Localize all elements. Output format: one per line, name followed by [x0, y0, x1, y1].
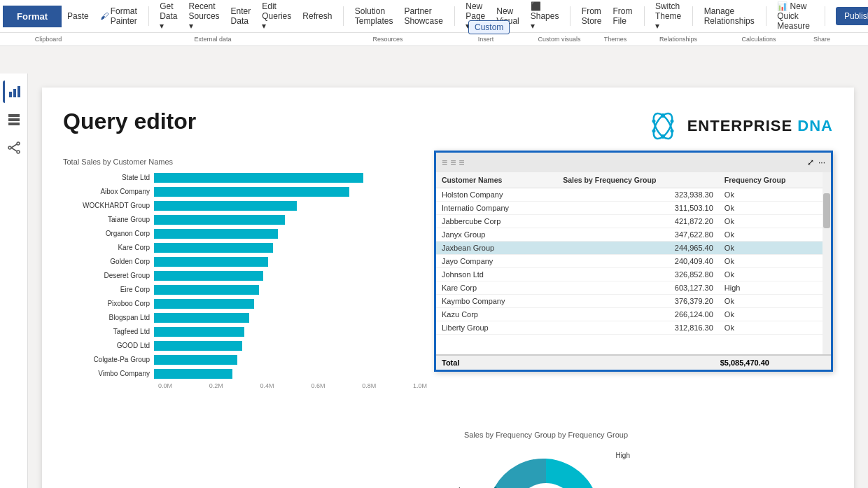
cell-sales: 244,965.40 — [557, 242, 719, 255]
table-visual-icons: ⤢ ··· — [807, 158, 825, 167]
cell-customer: Internatio Company — [436, 202, 557, 215]
logo-dna: DNA — [797, 117, 833, 134]
bar-label: Kare Corp — [63, 244, 154, 251]
bar-label: Golden Corp — [63, 258, 154, 265]
bar-track — [154, 215, 406, 225]
bar-row: GOOD Ltd — [63, 340, 406, 351]
logo-area: ENTERPRISE DNA — [645, 109, 833, 144]
table-scrollbar[interactable] — [822, 172, 831, 354]
bar-chart-container: Total Sales by Customer Names State LtdA… — [63, 158, 427, 389]
format-tab[interactable]: Format — [3, 6, 62, 27]
svg-rect-1 — [13, 89, 16, 97]
bar-track — [154, 299, 406, 309]
cell-group: Ok — [719, 255, 831, 268]
paste-btn[interactable]: Paste — [67, 11, 89, 21]
get-data-btn[interactable]: Get Data ▾ — [160, 1, 177, 31]
bar-fill — [154, 187, 349, 197]
table-container[interactable]: Customer Names Sales by Frequency Group … — [436, 172, 831, 354]
cell-sales: 376,379.20 — [557, 295, 719, 308]
cell-customer: Holston Company — [436, 188, 557, 202]
cell-sales: 311,503.10 — [557, 202, 719, 215]
left-sidebar — [0, 74, 28, 488]
svg-rect-2 — [18, 86, 20, 97]
bar-fill — [154, 173, 363, 183]
bar-track — [154, 257, 406, 267]
edit-queries-btn[interactable]: Edit Queries ▾ — [262, 1, 291, 31]
svg-point-17 — [652, 130, 655, 133]
manage-relationships-btn[interactable]: Manage Relationships — [704, 6, 755, 26]
scroll-thumb — [823, 193, 830, 228]
axis-tick-label: 0.0M — [158, 382, 172, 389]
external-data-label: External data — [94, 36, 332, 43]
bar-track — [154, 285, 406, 295]
bar-row: Golden Corp — [63, 256, 406, 267]
svg-point-18 — [670, 130, 673, 133]
svg-point-8 — [17, 151, 20, 153]
solution-templates-btn[interactable]: Solution Templates — [355, 6, 393, 26]
table-visual[interactable]: ≡ ≡ ≡ ⤢ ··· Customer Names Sales by Fre — [434, 151, 833, 372]
sidebar-icon-report[interactable] — [3, 81, 25, 103]
bar-track — [154, 187, 406, 197]
table-row: Kazu Corp266,124.00Ok — [436, 308, 831, 321]
from-file-btn[interactable]: From File — [613, 6, 633, 26]
publish-btn[interactable]: Publish — [836, 7, 868, 25]
svg-point-6 — [8, 146, 11, 149]
bar-row: Eire Corp — [63, 284, 406, 295]
custom-visuals-label: Custom visuals — [528, 36, 591, 43]
svg-point-13 — [661, 113, 665, 118]
relationships-label: Relationships — [640, 36, 717, 43]
bar-fill — [154, 327, 244, 337]
more-options-icon[interactable]: ··· — [818, 158, 825, 167]
bar-track — [154, 327, 406, 337]
bar-label: Colgate-Pa Group — [63, 356, 154, 363]
bar-label: Taiane Group — [63, 216, 154, 223]
switch-theme-btn[interactable]: Switch Theme ▾ — [655, 1, 681, 31]
new-quick-measure-btn[interactable]: 📊 New Quick Measure — [777, 1, 813, 31]
enterprise-dna-logo-icon — [645, 109, 680, 144]
format-painter-btn[interactable]: 🖌 Format Painter — [100, 6, 137, 26]
bar-chart-title: Total Sales by Customer Names — [63, 158, 427, 166]
bar-chart[interactable]: State LtdAibox CompanyWOCKHARDT GroupTai… — [63, 172, 406, 379]
page-background: Query editor ENTERPRISE DNA Total Sales … — [42, 88, 854, 488]
bar-track — [154, 243, 406, 253]
bar-label: Eire Corp — [63, 286, 154, 293]
sidebar-icon-data[interactable] — [3, 109, 25, 131]
cell-group: Ok — [719, 268, 831, 281]
enter-data-btn[interactable]: Enter Data — [231, 6, 251, 26]
bar-fill — [154, 271, 263, 281]
bar-track — [154, 313, 406, 323]
themes-label: Themes — [591, 36, 640, 43]
bar-label: GOOD Ltd — [63, 342, 154, 349]
from-store-btn[interactable]: From Store — [582, 6, 602, 26]
total-value: $5,085,470.40 — [720, 358, 769, 367]
bar-fill — [154, 215, 285, 225]
recent-sources-btn[interactable]: Recent Sources ▾ — [189, 1, 220, 31]
cell-group: Ok — [719, 215, 831, 228]
bar-label: State Ltd — [63, 174, 154, 181]
bar-fill — [154, 257, 268, 267]
share-label: Share — [801, 36, 843, 43]
donut-chart[interactable]: High Low Ok — [476, 445, 616, 488]
cell-customer: Kare Corp — [436, 281, 557, 295]
bar-label: Tagfeed Ltd — [63, 328, 154, 335]
bar-label: Aibox Company — [63, 188, 154, 195]
shapes-btn[interactable]: ⬛ Shapes ▾ — [531, 1, 559, 31]
cell-customer: Liberty Group — [436, 321, 557, 335]
expand-icon[interactable]: ⤢ — [807, 158, 814, 167]
bar-track — [154, 341, 406, 351]
refresh-btn[interactable]: Refresh — [302, 11, 332, 21]
custom-badge: Custom — [468, 20, 510, 34]
cell-group: Ok — [719, 188, 831, 202]
svg-rect-5 — [8, 123, 20, 125]
bar-row: Aibox Company — [63, 186, 406, 197]
svg-rect-4 — [8, 118, 20, 121]
svg-line-9 — [11, 144, 17, 148]
bar-label: Organon Corp — [63, 230, 154, 237]
partner-showcase-btn[interactable]: Partner Showcase — [404, 6, 442, 26]
calculations-label: Calculations — [717, 36, 801, 43]
table-header-row: Customer Names Sales by Frequency Group … — [436, 172, 831, 188]
cell-group: Ok — [719, 308, 831, 321]
bar-track — [154, 229, 406, 239]
axis-tick-label: 0.6M — [311, 382, 325, 389]
sidebar-icon-model[interactable] — [3, 137, 25, 159]
